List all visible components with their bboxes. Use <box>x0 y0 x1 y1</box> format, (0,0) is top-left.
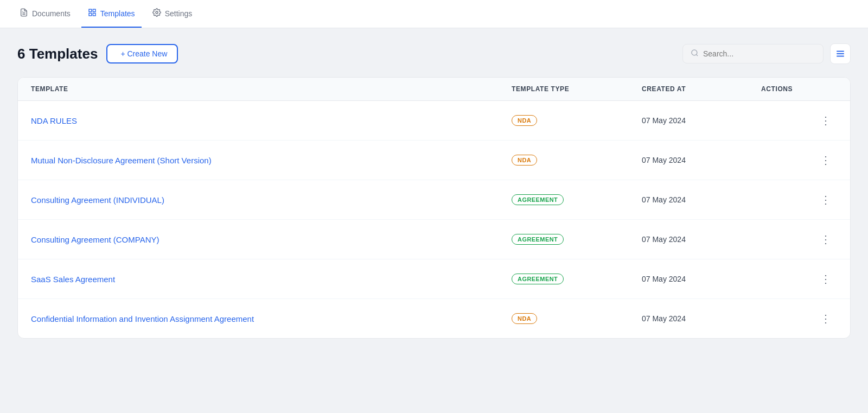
row-actions-button[interactable]: ⋮ <box>815 113 837 128</box>
table-row: Consulting Agreement (COMPANY) AGREEMENT… <box>18 220 850 259</box>
actions-cell: ⋮ <box>761 113 837 128</box>
nav-settings-label: Settings <box>165 9 193 18</box>
badge-agreement: AGREEMENT <box>512 234 564 245</box>
svg-rect-3 <box>93 9 95 12</box>
template-name[interactable]: Consulting Agreement (COMPANY) <box>31 235 512 244</box>
badge-nda: NDA <box>512 115 537 126</box>
table-row: Consulting Agreement (INDIVIDUAL) AGREEM… <box>18 180 850 220</box>
template-type-badge: NDA <box>512 115 642 126</box>
actions-cell: ⋮ <box>761 311 837 326</box>
col-created: CREATED AT <box>642 85 761 93</box>
col-actions: ACTIONS <box>761 85 837 93</box>
nav-item-documents[interactable]: Documents <box>13 0 77 28</box>
template-type-badge: AGREEMENT <box>512 274 642 284</box>
table-row: NDA RULES NDA 07 May 2024 ⋮ <box>18 101 850 141</box>
search-icon <box>691 49 699 59</box>
table-row: Mutual Non-Disclosure Agreement (Short V… <box>18 141 850 180</box>
template-name[interactable]: Mutual Non-Disclosure Agreement (Short V… <box>31 156 512 165</box>
list-view-button[interactable] <box>830 43 851 64</box>
svg-rect-2 <box>89 9 92 12</box>
search-input[interactable] <box>703 49 815 58</box>
svg-rect-5 <box>93 13 95 16</box>
page-header-right <box>682 43 851 64</box>
page-header: 6 Templates + Create New <box>17 43 851 64</box>
col-type: TEMPLATE TYPE <box>512 85 642 93</box>
col-template: TEMPLATE <box>31 85 512 93</box>
template-name[interactable]: Consulting Agreement (INDIVIDUAL) <box>31 195 512 205</box>
template-name[interactable]: Confidential Information and Invention A… <box>31 314 512 323</box>
template-name[interactable]: SaaS Sales Agreement <box>31 275 512 284</box>
templates-icon <box>88 8 97 19</box>
templates-table: TEMPLATE TEMPLATE TYPE CREATED AT ACTION… <box>17 77 851 339</box>
documents-icon <box>20 8 28 19</box>
created-at: 07 May 2024 <box>642 156 761 164</box>
nav-item-settings[interactable]: Settings <box>146 0 199 28</box>
nav-documents-label: Documents <box>32 9 71 18</box>
svg-point-6 <box>156 11 158 14</box>
template-name[interactable]: NDA RULES <box>31 116 512 125</box>
created-at: 07 May 2024 <box>642 275 761 283</box>
svg-rect-4 <box>89 13 92 16</box>
badge-nda: NDA <box>512 155 537 166</box>
badge-nda: NDA <box>512 313 537 324</box>
page-header-left: 6 Templates + Create New <box>17 44 178 63</box>
actions-cell: ⋮ <box>761 192 837 207</box>
search-box[interactable] <box>682 44 824 63</box>
settings-icon <box>152 8 161 19</box>
created-at: 07 May 2024 <box>642 116 761 125</box>
created-at: 07 May 2024 <box>642 235 761 244</box>
badge-agreement: AGREEMENT <box>512 194 564 205</box>
row-actions-button[interactable]: ⋮ <box>815 311 837 326</box>
template-type-badge: AGREEMENT <box>512 234 642 245</box>
row-actions-button[interactable]: ⋮ <box>815 271 837 287</box>
table-header: TEMPLATE TEMPLATE TYPE CREATED AT ACTION… <box>18 78 850 101</box>
nav-templates-label: Templates <box>100 9 135 18</box>
template-type-badge: AGREEMENT <box>512 194 642 205</box>
created-at: 07 May 2024 <box>642 195 761 204</box>
actions-cell: ⋮ <box>761 271 837 287</box>
create-new-button[interactable]: + Create New <box>106 44 178 63</box>
nav-item-templates[interactable]: Templates <box>81 0 142 28</box>
top-navigation: Documents Templates Settings <box>0 0 868 28</box>
actions-cell: ⋮ <box>761 153 837 168</box>
create-new-label: + Create New <box>120 49 167 58</box>
template-type-badge: NDA <box>512 313 642 324</box>
actions-cell: ⋮ <box>761 232 837 247</box>
template-type-badge: NDA <box>512 155 642 166</box>
badge-agreement: AGREEMENT <box>512 274 564 284</box>
table-row: Confidential Information and Invention A… <box>18 299 850 338</box>
row-actions-button[interactable]: ⋮ <box>815 192 837 207</box>
page-content: 6 Templates + Create New <box>0 28 868 354</box>
svg-line-8 <box>696 54 698 56</box>
table-row: SaaS Sales Agreement AGREEMENT 07 May 20… <box>18 259 850 299</box>
row-actions-button[interactable]: ⋮ <box>815 153 837 168</box>
row-actions-button[interactable]: ⋮ <box>815 232 837 247</box>
svg-point-7 <box>692 50 697 55</box>
page-title: 6 Templates <box>17 46 98 62</box>
created-at: 07 May 2024 <box>642 314 761 323</box>
